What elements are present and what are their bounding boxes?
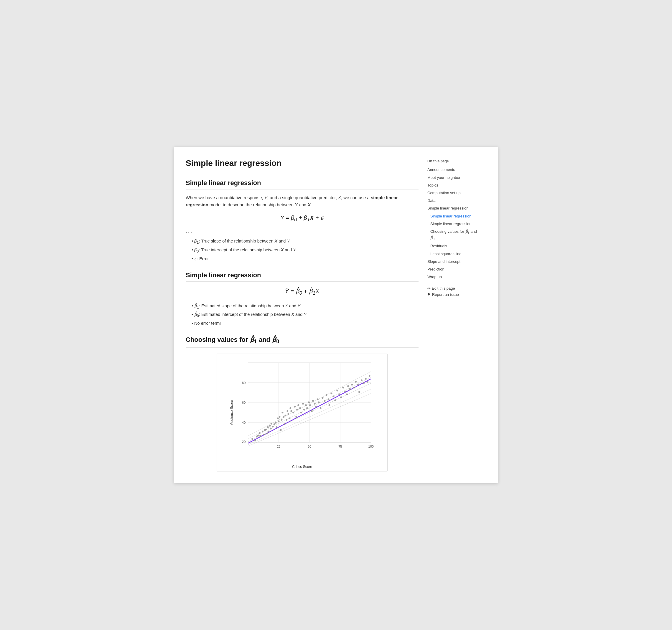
section-heading-2: Simple linear regression [186,271,418,282]
svg-point-49 [282,411,284,413]
svg-point-60 [294,406,296,408]
svg-text:100: 100 [368,445,374,448]
svg-point-78 [320,407,321,409]
sidebar-divider [427,283,480,283]
svg-point-98 [357,384,359,385]
svg-point-103 [367,381,368,383]
svg-point-30 [262,431,264,432]
chart-x-label: Critics Score [292,465,312,469]
sidebar-on-this-page: On this page [427,159,480,163]
svg-text:80: 80 [242,381,245,384]
svg-text:50: 50 [308,445,311,448]
svg-point-48 [281,419,283,420]
report-issue-action[interactable]: ⚑ Report an issue [427,292,480,297]
svg-point-100 [361,379,362,381]
svg-point-101 [363,382,365,384]
svg-point-81 [326,394,328,396]
svg-point-52 [284,414,286,416]
svg-point-80 [324,400,326,402]
sidebar: On this page Announcements Meet your nei… [427,159,480,471]
bullet-item: No error term! [192,319,418,327]
edit-icon: ✏ [427,286,431,291]
svg-point-72 [311,410,313,412]
svg-point-70 [308,401,310,403]
sidebar-item-prediction[interactable]: Prediction [427,266,480,272]
sidebar-item-data[interactable]: Data [427,198,480,203]
svg-point-75 [315,406,317,408]
svg-point-85 [333,395,334,397]
svg-point-97 [355,381,357,383]
svg-point-56 [289,417,290,419]
svg-point-33 [265,429,267,430]
svg-point-37 [269,425,271,427]
svg-point-92 [346,393,348,395]
formula-1: Y = β0 + β1X + ϵ [186,214,418,223]
sidebar-item-wrap-up[interactable]: Wrap up [427,274,480,280]
svg-point-84 [331,392,333,394]
svg-point-34 [266,433,268,434]
svg-point-74 [314,403,316,405]
sidebar-item-topics[interactable]: Topics [427,183,480,188]
svg-point-96 [353,387,355,388]
sidebar-item-simple-linear-regression[interactable]: Simple linear regression [427,205,480,211]
svg-text:60: 60 [242,401,245,404]
svg-point-86 [334,399,336,401]
report-issue-label: Report an issue [432,292,459,297]
sidebar-item-least-squares[interactable]: Least squares line [427,251,480,257]
chart-wrapper: Audience Score Critics Score [217,354,388,471]
svg-point-58 [290,410,292,412]
svg-point-26 [256,436,258,437]
svg-point-47 [280,429,282,431]
svg-text:75: 75 [338,445,342,448]
svg-point-31 [263,433,265,435]
svg-point-35 [267,426,269,428]
bullet-item: β0: True intercept of the relationship b… [192,246,418,255]
svg-point-50 [283,416,284,417]
svg-point-88 [338,393,340,395]
svg-point-82 [328,398,330,400]
chart-section: Choosing values for β̂1 and β̂0 Audience… [186,336,418,471]
svg-point-87 [336,390,338,391]
svg-point-45 [278,420,280,422]
svg-point-89 [340,396,342,398]
svg-point-65 [300,411,302,413]
sidebar-item-meet-your-neighbor[interactable]: Meet your neighbor [427,175,480,180]
sidebar-item-choosing-values[interactable]: Choosing values for β̂1 and β̂0 [427,229,480,242]
svg-point-71 [309,404,311,406]
sidebar-item-simple-linear-regression-2[interactable]: Simple linear regression [427,221,480,227]
svg-point-27 [257,434,259,436]
svg-point-55 [287,413,289,415]
svg-point-36 [268,431,269,432]
svg-point-24 [251,438,253,440]
svg-point-93 [347,385,349,387]
edit-page-action[interactable]: ✏ Edit this page [427,286,480,291]
svg-point-57 [289,407,291,409]
svg-point-63 [297,404,299,406]
chart-svg: 80 60 40 20 25 50 75 100 [232,360,381,459]
svg-text:25: 25 [277,445,280,448]
svg-point-41 [273,423,275,425]
sidebar-item-slope-intercept[interactable]: Slope and intercept [427,259,480,265]
sidebar-item-announcements[interactable]: Announcements [427,167,480,173]
svg-text:40: 40 [242,420,245,424]
chart-y-label: Audience Score [230,400,234,425]
svg-point-46 [279,416,281,417]
page-title: Simple linear regression [186,159,418,170]
svg-point-104 [369,375,370,377]
svg-point-51 [284,423,285,425]
bullet-item: β̂1: Estimated slope of the relationship… [192,302,418,311]
sidebar-item-residuals[interactable]: Residuals [427,243,480,249]
svg-point-94 [349,388,351,390]
bullet-item: β1: True slope of the relationship betwe… [192,237,418,246]
bullet-item: β̂0: Estimated intercept of the relation… [192,311,418,319]
sidebar-item-computation-set-up[interactable]: Computation set up [427,190,480,196]
sidebar-item-simple-linear-regression-active[interactable]: Simple linear regression [427,213,480,219]
svg-point-99 [358,391,360,393]
svg-point-42 [275,422,277,423]
svg-point-39 [270,422,272,424]
svg-point-61 [295,416,297,417]
svg-point-95 [351,384,353,385]
svg-point-77 [318,401,320,403]
svg-point-83 [329,404,330,406]
svg-point-76 [317,398,319,400]
